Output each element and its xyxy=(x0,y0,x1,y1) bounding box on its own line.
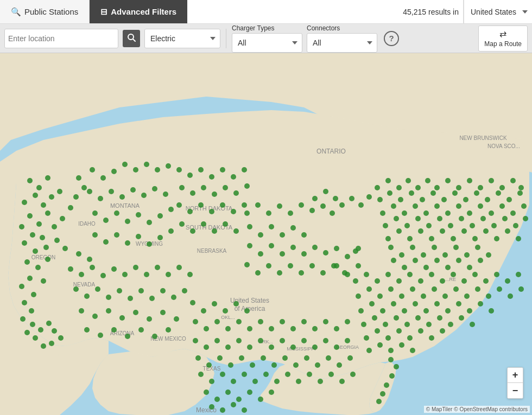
svg-point-306 xyxy=(432,286,437,292)
svg-point-50 xyxy=(33,248,38,254)
connectors-select[interactable]: All J1772 CCS CHAdeMO Tesla xyxy=(307,33,377,53)
svg-point-265 xyxy=(480,216,486,221)
zoom-out-button[interactable]: − xyxy=(508,383,523,398)
svg-point-377 xyxy=(334,326,339,331)
svg-point-45 xyxy=(60,216,65,221)
svg-point-415 xyxy=(263,372,269,377)
charger-types-select[interactable]: All Level 1 Level 2 DC Fast xyxy=(232,33,302,53)
map-route-button[interactable]: ⇄ Map a Route xyxy=(478,25,528,52)
svg-point-174 xyxy=(255,202,261,208)
tab-advanced-filters[interactable]: ⊟ Advanced Filters xyxy=(90,0,187,23)
svg-text:NORTH DAKOTA: NORTH DAKOTA xyxy=(186,205,233,212)
svg-point-81 xyxy=(166,163,171,169)
svg-point-273 xyxy=(418,228,423,234)
svg-point-192 xyxy=(323,250,328,256)
svg-point-296 xyxy=(494,272,499,277)
svg-point-378 xyxy=(345,319,350,324)
svg-point-220 xyxy=(445,178,451,183)
help-button[interactable]: ? xyxy=(384,31,399,46)
svg-point-402 xyxy=(282,355,288,361)
svg-point-458 xyxy=(456,258,461,263)
svg-point-256 xyxy=(383,223,388,228)
svg-point-246 xyxy=(423,210,429,216)
svg-point-393 xyxy=(345,338,350,343)
svg-point-225 xyxy=(499,185,505,190)
svg-point-447 xyxy=(442,252,448,258)
svg-point-33 xyxy=(33,193,38,198)
svg-point-205 xyxy=(333,196,338,201)
svg-point-203 xyxy=(312,196,318,201)
svg-point-136 xyxy=(147,316,152,322)
svg-text:OKL...: OKL... xyxy=(221,315,235,320)
svg-point-89 xyxy=(163,191,168,197)
svg-point-281 xyxy=(505,228,510,234)
svg-point-115 xyxy=(144,272,149,277)
svg-point-269 xyxy=(523,216,528,221)
svg-point-167 xyxy=(179,221,185,227)
svg-point-85 xyxy=(119,194,125,200)
svg-point-116 xyxy=(155,265,160,270)
svg-point-407 xyxy=(337,362,342,368)
svg-point-394 xyxy=(195,355,201,361)
svg-point-369 xyxy=(247,326,252,331)
svg-point-299 xyxy=(356,293,361,299)
svg-point-31 xyxy=(36,185,42,190)
svg-point-99 xyxy=(103,239,109,245)
svg-point-440 xyxy=(356,263,361,269)
svg-point-312 xyxy=(497,286,502,292)
svg-point-426 xyxy=(225,390,231,395)
svg-point-224 xyxy=(489,178,494,183)
svg-point-126 xyxy=(138,288,144,293)
svg-point-275 xyxy=(440,228,445,234)
svg-point-155 xyxy=(201,185,206,190)
svg-point-255 xyxy=(521,203,527,209)
svg-text:GEORGIA: GEORGIA xyxy=(336,344,359,350)
svg-point-53 xyxy=(62,246,68,251)
svg-point-157 xyxy=(223,185,228,190)
svg-point-248 xyxy=(445,210,451,216)
svg-point-260 xyxy=(426,223,432,228)
svg-text:NEBRASKA: NEBRASKA xyxy=(197,248,227,254)
vehicle-type-select[interactable]: Electric Plug-in Hybrid All xyxy=(144,29,220,48)
svg-point-112 xyxy=(111,266,117,272)
results-count: 45,215 results in xyxy=(403,8,459,16)
svg-point-460 xyxy=(478,258,483,263)
map-container[interactable]: MONTANA IDAHO WYOMING NORTH DAKOTA SOUTH… xyxy=(0,53,532,415)
svg-point-139 xyxy=(84,327,90,333)
svg-point-80 xyxy=(155,167,160,173)
results-info: 45,215 results in xyxy=(403,8,463,16)
svg-point-182 xyxy=(280,232,285,238)
svg-point-152 xyxy=(242,167,247,173)
svg-point-274 xyxy=(429,236,434,241)
svg-point-383 xyxy=(236,338,242,343)
svg-point-389 xyxy=(301,338,307,343)
svg-point-194 xyxy=(255,270,261,276)
svg-point-425 xyxy=(214,397,220,402)
svg-point-334 xyxy=(426,322,432,327)
svg-point-373 xyxy=(290,326,296,331)
svg-point-39 xyxy=(36,221,42,227)
svg-point-311 xyxy=(486,293,491,299)
svg-point-286 xyxy=(385,272,391,277)
country-select[interactable]: United States Canada Mexico xyxy=(464,0,532,23)
tab-public-stations[interactable]: 🔍 Public Stations xyxy=(0,0,90,23)
search-button[interactable] xyxy=(123,30,140,47)
svg-point-59 xyxy=(31,292,36,297)
svg-point-442 xyxy=(388,245,394,250)
svg-point-49 xyxy=(22,240,27,246)
svg-point-118 xyxy=(176,265,182,270)
svg-point-310 xyxy=(475,286,480,292)
svg-point-138 xyxy=(174,316,179,322)
svg-point-94 xyxy=(136,212,141,218)
svg-point-322 xyxy=(434,301,440,307)
svg-point-241 xyxy=(517,190,523,196)
zoom-in-button[interactable]: + xyxy=(508,368,523,383)
svg-point-95 xyxy=(147,220,152,225)
svg-point-228 xyxy=(377,197,383,202)
svg-point-428 xyxy=(247,390,252,395)
svg-point-232 xyxy=(420,197,425,202)
svg-point-43 xyxy=(40,235,45,240)
location-input[interactable] xyxy=(8,34,115,43)
svg-point-121 xyxy=(84,293,90,299)
svg-point-254 xyxy=(510,210,516,216)
